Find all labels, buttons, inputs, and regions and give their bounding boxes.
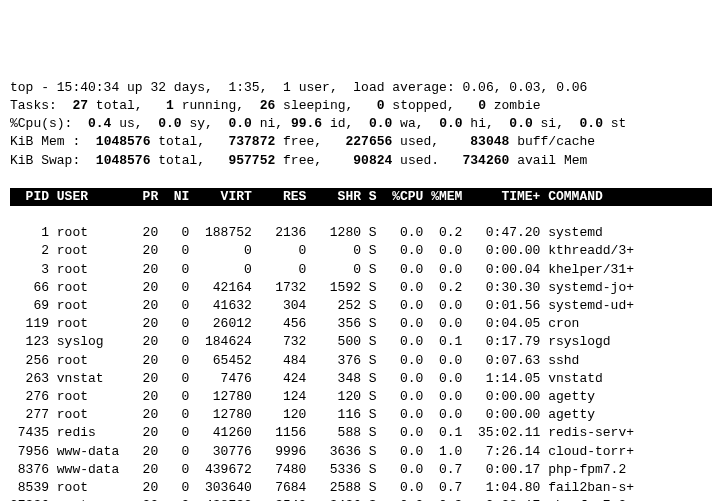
table-row[interactable]: 119root20026012456356S0.00.00:04.05cron bbox=[10, 315, 712, 333]
col-cmd[interactable]: COMMAND bbox=[540, 188, 602, 206]
cell-user: root bbox=[49, 352, 127, 370]
col-shr[interactable]: SHR bbox=[306, 188, 361, 206]
cell-cmd: fail2ban-s+ bbox=[540, 479, 634, 497]
cell-virt: 42164 bbox=[189, 279, 251, 297]
process-header[interactable]: PIDUSERPRNIVIRTRESSHRS%CPU%MEMTIME+COMMA… bbox=[10, 188, 712, 206]
cell-shr: 0 bbox=[306, 242, 361, 260]
table-row[interactable]: 8539root20030364076842588S0.00.71:04.80f… bbox=[10, 479, 712, 497]
cell-pid: 69 bbox=[10, 297, 49, 315]
cell-virt: 41260 bbox=[189, 424, 251, 442]
cell-mem: 0.3 bbox=[423, 497, 462, 501]
table-row[interactable]: 1root20018875221361280S0.00.20:47.20syst… bbox=[10, 224, 712, 242]
cell-mem: 0.1 bbox=[423, 424, 462, 442]
col-cpu[interactable]: %CPU bbox=[377, 188, 424, 206]
table-row[interactable]: 7435redis200412601156588S0.00.135:02.11r… bbox=[10, 424, 712, 442]
cell-shr: 3636 bbox=[306, 443, 361, 461]
cell-pid: 8376 bbox=[10, 461, 49, 479]
table-row[interactable]: 3root200000S0.00.00:00.04khelper/31+ bbox=[10, 261, 712, 279]
cell-ni: 0 bbox=[158, 279, 189, 297]
cell-pr: 20 bbox=[127, 370, 158, 388]
cell-res: 7684 bbox=[252, 479, 307, 497]
col-time[interactable]: TIME+ bbox=[462, 188, 540, 206]
table-row[interactable]: 277root20012780120116S0.00.00:00.00agett… bbox=[10, 406, 712, 424]
cell-pid: 276 bbox=[10, 388, 49, 406]
cell-shr: 1592 bbox=[306, 279, 361, 297]
table-row[interactable]: 256root20065452484376S0.00.00:07.63sshd bbox=[10, 352, 712, 370]
cell-virt: 438732 bbox=[189, 497, 251, 501]
col-s[interactable]: S bbox=[361, 188, 377, 206]
cell-res: 0 bbox=[252, 242, 307, 260]
cell-pr: 20 bbox=[127, 497, 158, 501]
cell-res: 3540 bbox=[252, 497, 307, 501]
cell-pid: 277 bbox=[10, 406, 49, 424]
cell-ni: 0 bbox=[158, 315, 189, 333]
cell-virt: 0 bbox=[189, 242, 251, 260]
table-row[interactable]: 276root20012780124120S0.00.00:00.00agett… bbox=[10, 388, 712, 406]
cell-pid: 1 bbox=[10, 224, 49, 242]
cell-user: www-data bbox=[49, 443, 127, 461]
table-row[interactable]: 123syslog200184624732500S0.00.10:17.79rs… bbox=[10, 333, 712, 351]
cell-res: 1156 bbox=[252, 424, 307, 442]
cell-pr: 20 bbox=[127, 279, 158, 297]
cell-s: S bbox=[361, 370, 377, 388]
col-virt[interactable]: VIRT bbox=[189, 188, 251, 206]
cell-pr: 20 bbox=[127, 461, 158, 479]
col-user[interactable]: USER bbox=[49, 188, 127, 206]
cell-user: root bbox=[49, 297, 127, 315]
cell-pr: 20 bbox=[127, 333, 158, 351]
col-pr[interactable]: PR bbox=[127, 188, 158, 206]
cell-s: S bbox=[361, 297, 377, 315]
cell-cmd: agetty bbox=[540, 388, 595, 406]
cell-cmd: kthreadd/3+ bbox=[540, 242, 634, 260]
cell-time: 0:07.63 bbox=[462, 352, 540, 370]
cell-res: 2136 bbox=[252, 224, 307, 242]
cell-res: 0 bbox=[252, 261, 307, 279]
cell-mem: 0.0 bbox=[423, 352, 462, 370]
table-row[interactable]: 7956www-data2003077699963636S0.01.07:26.… bbox=[10, 443, 712, 461]
cell-user: syslog bbox=[49, 333, 127, 351]
cell-ni: 0 bbox=[158, 224, 189, 242]
table-row[interactable]: 27336root20043873235403436S0.00.30:28.17… bbox=[10, 497, 712, 501]
cell-mem: 0.0 bbox=[423, 242, 462, 260]
cell-pr: 20 bbox=[127, 388, 158, 406]
cell-cmd: systemd-jo+ bbox=[540, 279, 634, 297]
cell-mem: 0.0 bbox=[423, 370, 462, 388]
cell-pid: 8539 bbox=[10, 479, 49, 497]
cell-cmd: systemd-ud+ bbox=[540, 297, 634, 315]
cell-time: 0:28.17 bbox=[462, 497, 540, 501]
table-row[interactable]: 66root2004216417321592S0.00.20:30.30syst… bbox=[10, 279, 712, 297]
table-row[interactable]: 8376www-data20043967274805336S0.00.70:00… bbox=[10, 461, 712, 479]
cell-time: 0:00.00 bbox=[462, 242, 540, 260]
cell-shr: 500 bbox=[306, 333, 361, 351]
cell-virt: 65452 bbox=[189, 352, 251, 370]
cell-shr: 116 bbox=[306, 406, 361, 424]
col-pid[interactable]: PID bbox=[10, 188, 49, 206]
col-mem[interactable]: %MEM bbox=[423, 188, 462, 206]
col-ni[interactable]: NI bbox=[158, 188, 189, 206]
col-res[interactable]: RES bbox=[252, 188, 307, 206]
cell-mem: 0.1 bbox=[423, 333, 462, 351]
table-row[interactable]: 2root200000S0.00.00:00.00kthreadd/3+ bbox=[10, 242, 712, 260]
cell-time: 0:30.30 bbox=[462, 279, 540, 297]
cell-cmd: systemd bbox=[540, 224, 602, 242]
cell-res: 9996 bbox=[252, 443, 307, 461]
cell-virt: 303640 bbox=[189, 479, 251, 497]
cell-s: S bbox=[361, 242, 377, 260]
cell-pr: 20 bbox=[127, 297, 158, 315]
cell-cpu: 0.0 bbox=[377, 388, 424, 406]
cell-virt: 12780 bbox=[189, 388, 251, 406]
cell-s: S bbox=[361, 461, 377, 479]
cell-user: root bbox=[49, 315, 127, 333]
cell-ni: 0 bbox=[158, 333, 189, 351]
cell-virt: 41632 bbox=[189, 297, 251, 315]
table-row[interactable]: 69root20041632304252S0.00.00:01.56system… bbox=[10, 297, 712, 315]
cell-time: 35:02.11 bbox=[462, 424, 540, 442]
cell-user: www-data bbox=[49, 461, 127, 479]
cell-pr: 20 bbox=[127, 224, 158, 242]
cell-s: S bbox=[361, 443, 377, 461]
table-row[interactable]: 263vnstat2007476424348S0.00.01:14.05vnst… bbox=[10, 370, 712, 388]
cell-user: root bbox=[49, 388, 127, 406]
cell-cpu: 0.0 bbox=[377, 424, 424, 442]
cell-shr: 5336 bbox=[306, 461, 361, 479]
cell-cpu: 0.0 bbox=[377, 261, 424, 279]
